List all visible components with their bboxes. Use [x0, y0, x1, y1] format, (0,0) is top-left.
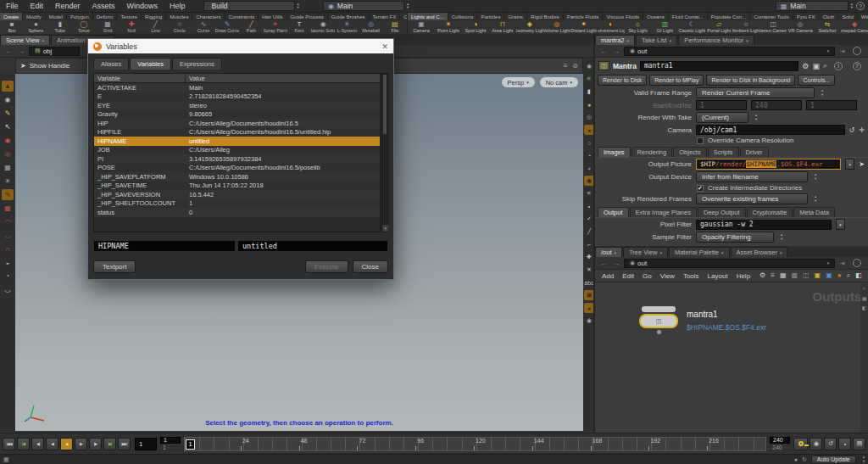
shelf-tool[interactable]: ◐ Environment Light [598, 20, 625, 34]
scoop-icon[interactable]: ◡ [2, 284, 14, 295]
dialog-tab[interactable]: Expressions [172, 58, 222, 70]
shelf-tab[interactable]: Particle Fluids [564, 13, 604, 20]
params-breadcrumb[interactable]: ◉ out ▾ [624, 47, 835, 56]
table-row[interactable]: HIP C:/Users/Alleg/Documents/houdini16.5 [94, 119, 380, 128]
table-row[interactable]: _HIP_SAVEPLATFORM Windows 10.0.10586 [94, 172, 380, 182]
magnet-arc-icon[interactable]: ◠ [2, 216, 14, 227]
desktop-spinner-icon[interactable]: ▴▾ [298, 3, 299, 10]
shelf-tool[interactable]: ▣ Camera [408, 20, 435, 34]
tree-list-icon[interactable]: ≡ [768, 271, 777, 280]
playback-start-field[interactable]: 1 [160, 437, 181, 444]
pane-tab[interactable]: Tree View▾ [623, 247, 668, 257]
shelf-tool[interactable]: ✚ Null [120, 20, 143, 34]
network-menu-item[interactable]: Edit [618, 272, 638, 280]
shelf-tab[interactable]: Guide Process [287, 13, 328, 20]
shelf-tool[interactable]: ☼ Sky Light [625, 20, 652, 34]
camera-path-field[interactable]: /obj/cam1 [696, 125, 845, 135]
shelf-tab[interactable]: Collisions [448, 13, 478, 20]
prev-key-button[interactable]: |◀ [17, 438, 30, 450]
gallery-icon[interactable] [853, 47, 861, 55]
chevron-down-icon[interactable]: ▾ [780, 250, 782, 255]
node-output-connector[interactable] [657, 330, 661, 334]
spinner-icon[interactable]: ▴▾ [863, 456, 865, 463]
grid-icon[interactable]: ▦ [862, 295, 867, 301]
table-row[interactable]: HIPFILE C:/Users/Alleg/Documents/houdini… [94, 128, 380, 137]
render-with-take-select[interactable]: (Current) [696, 112, 748, 123]
node-flag-icon[interactable]: ◫ [656, 318, 662, 325]
menu-item[interactable]: Help [164, 2, 192, 10]
shelf-tab[interactable]: Characters [192, 13, 225, 20]
shelf-tool[interactable]: ◫ Stereo Camera [760, 20, 787, 34]
table-row[interactable]: Gravity 9.80665 [94, 110, 380, 120]
execute-button[interactable]: Execute [305, 260, 348, 273]
chevron-down-icon[interactable]: ▾ [827, 260, 830, 266]
radial-menu-selector[interactable]: ▦ Main [776, 1, 849, 11]
network-breadcrumb[interactable]: ◉ out ▾ [624, 259, 835, 268]
shelf-tool[interactable]: ✦ Spray Paint [264, 20, 287, 34]
shelf-tab[interactable]: Modify [23, 13, 46, 20]
shelf-tab[interactable]: Solid [838, 13, 857, 20]
zoom-icon[interactable]: ⌕ [844, 271, 853, 280]
render-button[interactable]: Render to Disk [598, 75, 647, 86]
network-menu-item[interactable]: Layout [704, 272, 732, 280]
render-button[interactable]: Render to Disk in Background [706, 75, 795, 86]
shelf-tool[interactable]: ◎ Metaball [359, 20, 383, 34]
audio-button[interactable]: • [838, 438, 851, 450]
param-tab[interactable]: Extra Image Planes [630, 207, 697, 217]
shelf-tool[interactable]: ▦ Grid [96, 20, 120, 34]
desktop-selector[interactable]: Build [203, 1, 295, 11]
paint-select-tool[interactable]: ✎ [2, 189, 14, 200]
variable-name-input[interactable]: HIPNAME [93, 240, 236, 252]
node-chooser-icon[interactable]: ✛ [859, 126, 865, 134]
spinner-icon[interactable]: ▴▾ [815, 173, 816, 181]
close-button[interactable]: Close [353, 260, 388, 273]
column-header[interactable]: Variable [94, 74, 186, 82]
shelf-tool[interactable]: ▮ Tube [47, 20, 71, 34]
stop-button[interactable]: ■ [60, 438, 73, 450]
shelf-tab[interactable]: Texture [117, 13, 142, 20]
shelf-tool[interactable]: ◯ Torus [72, 20, 96, 34]
pin-icon[interactable]: ⇥ [837, 48, 847, 55]
output-picture-field[interactable]: $HIP/render/$HIPNAME.$OS.$F4.exr [696, 159, 841, 170]
snap-multi-icon[interactable]: ◎ [2, 148, 14, 159]
set-key-button[interactable] [793, 438, 808, 450]
shelf-tab[interactable]: Grains [504, 13, 527, 20]
shelf-tab[interactable]: Deform [93, 13, 118, 20]
create-dirs-checkbox[interactable]: ✔ [697, 185, 704, 192]
snap-point-icon[interactable]: ◉ [2, 135, 14, 146]
shelf-tab[interactable]: Viscous Fluids [603, 13, 643, 20]
network-menu-item[interactable]: Go [638, 272, 656, 280]
shelf-tab[interactable]: Guide Brushes [328, 13, 370, 20]
realtime-toggle[interactable]: ◉ [810, 438, 822, 450]
mantra-node[interactable]: ◫ [639, 306, 678, 334]
close-icon[interactable]: ✕ [381, 42, 388, 51]
shelf-tool[interactable]: ◎ VR Camera [787, 20, 814, 34]
network-menu-item[interactable]: View [656, 272, 679, 280]
inc-field[interactable]: 1 [806, 100, 857, 110]
snapshot-icon[interactable]: ▣ [812, 62, 820, 70]
palette-icon[interactable]: ▩ [788, 271, 800, 280]
param-tab[interactable]: Images [598, 147, 631, 157]
pane-tab[interactable]: mantra2▾ [595, 35, 635, 45]
persp-view-selector[interactable]: Persp▾ [502, 77, 535, 87]
revert-icon[interactable]: ↺ [849, 126, 855, 134]
shelf-tab[interactable]: Hair Utils [259, 13, 287, 20]
global-start-field[interactable]: 1 [160, 444, 181, 451]
layout-icon[interactable]: ◫ [800, 271, 812, 280]
menu-item[interactable]: Assets [86, 2, 121, 10]
shelf-tab[interactable]: Model [46, 13, 67, 20]
help-icon[interactable]: ? [853, 62, 861, 70]
spinner-icon[interactable]: ▴▾ [821, 89, 823, 97]
file-chooser-icon[interactable]: ➤ [859, 160, 865, 168]
shelf-tool[interactable]: ▤ File [383, 20, 407, 34]
shelf-tab[interactable]: Populate Con... [708, 13, 750, 20]
shelf-tab[interactable]: Muscles [166, 13, 192, 20]
take-selector[interactable]: ◉ Main [323, 1, 404, 11]
shelf-tab[interactable]: Create [0, 13, 23, 20]
shelf-tab[interactable]: Lights and C... [408, 13, 448, 20]
take-spinner-icon[interactable]: ▴▾ [407, 3, 409, 10]
network-menu-item[interactable]: Help [732, 272, 754, 280]
render-button[interactable]: Controls... [798, 75, 835, 86]
swatch-orange-icon[interactable]: ● [835, 271, 844, 280]
table-row[interactable]: POSE C:/Users/Alleg/Documents/houdini16.… [94, 164, 380, 173]
